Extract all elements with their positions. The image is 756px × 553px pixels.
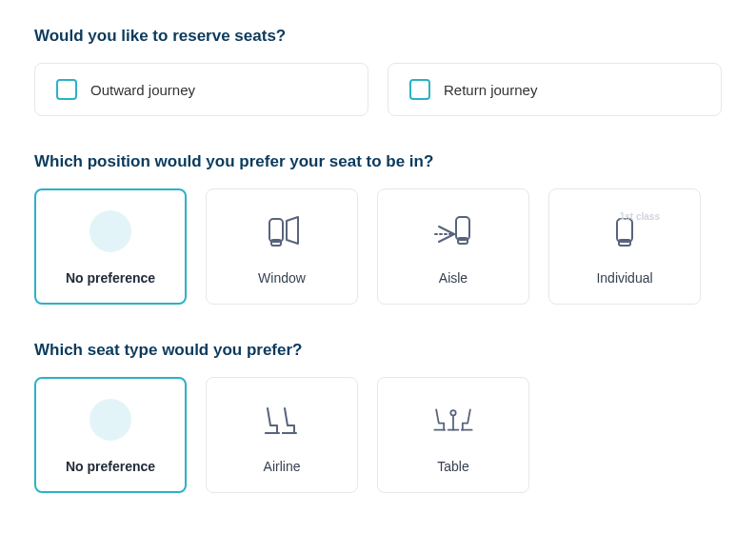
return-journey-label: Return journey	[444, 82, 537, 98]
seat-position-window[interactable]: Window	[206, 188, 358, 305]
option-label: Aisle	[439, 270, 468, 286]
seat-position-no-preference[interactable]: No preference	[34, 188, 187, 305]
seat-position-individual[interactable]: 1st class Individual	[548, 188, 701, 305]
seat-position-aisle[interactable]: Aisle	[377, 188, 529, 305]
checkbox-icon	[56, 79, 77, 100]
svg-rect-0	[269, 219, 283, 242]
option-label: Individual	[596, 270, 652, 286]
aisle-seat-icon	[429, 207, 477, 255]
seat-position-title: Which position would you prefer your sea…	[34, 152, 722, 171]
seat-type-section: Which seat type would you prefer? No pre…	[34, 341, 722, 493]
window-seat-icon	[258, 207, 306, 255]
option-label: Table	[437, 459, 468, 474]
reserve-seats-options: Outward journey Return journey	[34, 63, 722, 116]
no-preference-icon	[87, 207, 134, 255]
first-class-badge: 1st class	[620, 211, 660, 222]
seat-type-no-preference[interactable]: No preference	[34, 377, 187, 493]
individual-seat-icon: 1st class	[601, 207, 648, 255]
option-label: No preference	[66, 270, 155, 286]
table-seat-icon	[429, 396, 477, 444]
seat-type-table[interactable]: Table	[377, 377, 529, 493]
no-preference-icon	[87, 396, 134, 444]
outward-journey-checkbox[interactable]: Outward journey	[34, 63, 368, 116]
outward-journey-label: Outward journey	[90, 82, 195, 98]
svg-line-5	[439, 227, 454, 234]
seat-position-options: No preference Window	[34, 188, 722, 305]
seat-type-options: No preference Airline	[34, 377, 722, 493]
seat-position-section: Which position would you prefer your sea…	[34, 152, 722, 305]
seat-type-title: Which seat type would you prefer?	[34, 341, 722, 360]
airline-seat-icon	[258, 396, 306, 444]
svg-rect-2	[456, 217, 469, 240]
svg-rect-7	[617, 219, 632, 242]
reserve-seats-section: Would you like to reserve seats? Outward…	[34, 27, 722, 116]
option-label: Window	[258, 270, 306, 286]
option-label: Airline	[264, 459, 301, 474]
reserve-seats-title: Would you like to reserve seats?	[34, 27, 722, 46]
svg-line-6	[439, 234, 454, 242]
seat-type-airline[interactable]: Airline	[206, 377, 358, 493]
return-journey-checkbox[interactable]: Return journey	[388, 63, 722, 116]
checkbox-icon	[409, 79, 430, 100]
option-label: No preference	[66, 459, 155, 474]
